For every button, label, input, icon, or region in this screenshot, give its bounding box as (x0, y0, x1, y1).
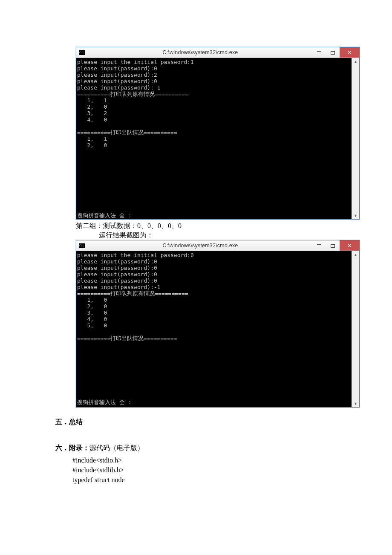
scroll-track[interactable] (352, 65, 359, 212)
cmd-icon (79, 50, 85, 55)
scroll-down-icon[interactable]: ▼ (352, 212, 359, 219)
cmd-window-2: C:\windows\system32\cmd.exe ─ ✕ please i… (76, 240, 360, 408)
minimize-button[interactable]: ─ (312, 239, 326, 249)
window-title: C:\windows\system32\cmd.exe (88, 49, 312, 55)
code-line: #include<stdio.h> (72, 455, 337, 465)
minimize-button[interactable]: ─ (312, 46, 326, 56)
scrollbar[interactable]: ▲ ▼ (352, 251, 359, 407)
section-5-heading: 五．总结 (55, 418, 337, 427)
heading-6-subtitle: 源代码（电子版） (89, 444, 144, 451)
console-body: please input the initial password:0 plea… (76, 251, 359, 407)
titlebar: C:\windows\system32\cmd.exe ─ ✕ (76, 47, 359, 58)
heading-6-bold: 六．附录： (55, 444, 89, 451)
code-line: typedef struct node (72, 475, 337, 485)
scroll-up-icon[interactable]: ▲ (352, 251, 359, 258)
window-controls: ─ ✕ (312, 240, 359, 251)
cmd-window-1: C:\windows\system32\cmd.exe ─ ✕ please i… (76, 47, 360, 220)
close-button[interactable]: ✕ (340, 47, 359, 58)
console-body: please input the initial password:1 plea… (76, 58, 359, 219)
scroll-up-icon[interactable]: ▲ (352, 58, 359, 65)
maximize-button[interactable] (326, 47, 340, 58)
cmd-icon (79, 243, 85, 248)
test-group-caption: 第二组：测试数据：0、0、0、0、0 (76, 221, 337, 231)
section-6-heading: 六．附录：源代码（电子版） (55, 444, 337, 453)
scrollbar[interactable]: ▲ ▼ (352, 58, 359, 219)
result-caption: 运行结果截图为： (99, 231, 337, 240)
window-controls: ─ ✕ (312, 47, 359, 58)
scroll-track[interactable] (352, 258, 359, 400)
scroll-down-icon[interactable]: ▼ (352, 400, 359, 407)
maximize-button[interactable] (326, 240, 340, 251)
close-button[interactable]: ✕ (340, 240, 359, 251)
window-title: C:\windows\system32\cmd.exe (88, 243, 312, 249)
code-line: #include<stdlib.h> (72, 465, 337, 475)
console-output: please input the initial password:0 plea… (76, 251, 352, 407)
titlebar: C:\windows\system32\cmd.exe ─ ✕ (76, 240, 359, 251)
console-output: please input the initial password:1 plea… (76, 58, 352, 219)
